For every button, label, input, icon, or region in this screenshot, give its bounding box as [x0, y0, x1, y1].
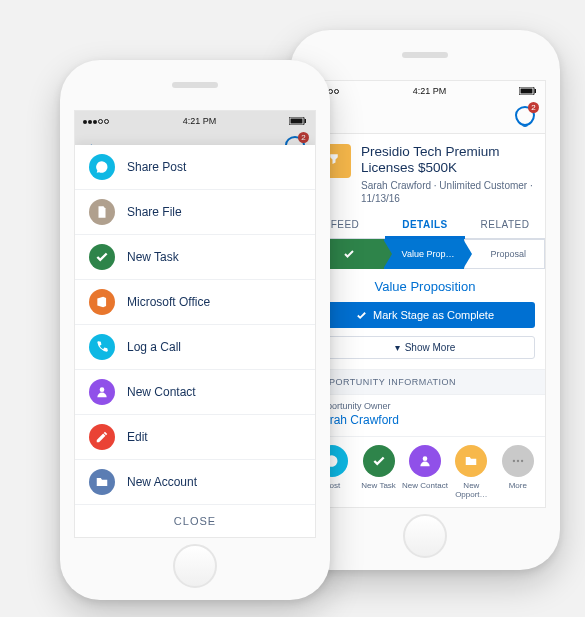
action-label: Edit — [127, 430, 148, 444]
svg-point-6 — [521, 460, 523, 462]
pencil-icon — [89, 424, 115, 450]
action-log-a-call[interactable]: Log a Call — [75, 325, 315, 370]
check-icon — [89, 244, 115, 270]
quick-action-label: New Task — [361, 481, 396, 490]
quick-action-new-opport-[interactable]: New Opport… — [448, 445, 494, 499]
quick-action-label: More — [509, 481, 527, 490]
action-label: New Contact — [127, 385, 196, 399]
tab-details[interactable]: DETAILS — [385, 211, 465, 239]
status-time: 4:21 PM — [413, 86, 447, 96]
chevron-down-icon: ▾ — [395, 342, 400, 353]
quick-action-label: New Opport… — [448, 481, 494, 499]
quick-action-new-contact[interactable]: New Contact — [402, 445, 448, 499]
tab-related[interactable]: RELATED — [465, 211, 545, 239]
folder-icon — [89, 469, 115, 495]
notification-badge: 2 — [528, 102, 539, 113]
field-value: Sarah Crawford — [315, 413, 535, 427]
stage-current[interactable]: Value Prop… — [384, 239, 463, 269]
action-label: New Task — [127, 250, 179, 264]
quick-action-more[interactable]: More — [495, 445, 541, 499]
notification-bell[interactable]: 2 — [515, 106, 535, 126]
action-edit[interactable]: Edit — [75, 415, 315, 460]
stage-next[interactable]: Proposal — [464, 239, 545, 269]
dots-icon — [502, 445, 534, 477]
svg-point-4 — [513, 460, 515, 462]
action-new-task[interactable]: New Task — [75, 235, 315, 280]
action-label: Microsoft Office — [127, 295, 210, 309]
home-button[interactable] — [173, 544, 217, 588]
quick-action-new-task[interactable]: New Task — [355, 445, 401, 499]
show-more-button[interactable]: ▾ Show More — [315, 336, 535, 359]
mark-complete-button[interactable]: Mark Stage as Complete — [315, 302, 535, 328]
chat-icon — [89, 154, 115, 180]
battery-icon — [519, 87, 537, 95]
svg-point-10 — [100, 387, 105, 392]
close-button[interactable]: CLOSE — [75, 505, 315, 537]
svg-rect-9 — [305, 119, 307, 123]
check-icon — [363, 445, 395, 477]
section-header: OPPORTUNITY INFORMATION — [305, 369, 545, 395]
action-label: Log a Call — [127, 340, 181, 354]
action-share-post[interactable]: Share Post — [75, 145, 315, 190]
action-label: Share File — [127, 205, 182, 219]
file-icon — [89, 199, 115, 225]
field-label: Opportunity Owner — [315, 401, 535, 411]
svg-point-5 — [517, 460, 519, 462]
svg-rect-8 — [291, 119, 303, 124]
folder-icon — [455, 445, 487, 477]
record-title: Presidio Tech Premium Licenses $500K — [361, 144, 533, 176]
action-new-account[interactable]: New Account — [75, 460, 315, 505]
action-label: Share Post — [127, 160, 186, 174]
svg-point-3 — [423, 456, 428, 461]
signal-dots — [83, 116, 110, 126]
action-label: New Account — [127, 475, 197, 489]
phone-icon — [89, 334, 115, 360]
svg-rect-2 — [535, 89, 537, 93]
action-new-contact[interactable]: New Contact — [75, 370, 315, 415]
contact-icon — [89, 379, 115, 405]
battery-icon — [289, 117, 307, 125]
quick-action-label: New Contact — [402, 481, 448, 490]
contact-icon — [409, 445, 441, 477]
stage-heading: Value Proposition — [315, 279, 535, 294]
notification-badge: 2 — [298, 132, 309, 143]
action-share-file[interactable]: Share File — [75, 190, 315, 235]
record-subtitle: Sarah Crawford · Unlimited Customer · 11… — [361, 179, 533, 205]
action-microsoft-office[interactable]: Microsoft Office — [75, 280, 315, 325]
home-button[interactable] — [403, 514, 447, 558]
status-time: 4:21 PM — [183, 116, 217, 126]
office-icon — [89, 289, 115, 315]
svg-rect-1 — [521, 89, 533, 94]
